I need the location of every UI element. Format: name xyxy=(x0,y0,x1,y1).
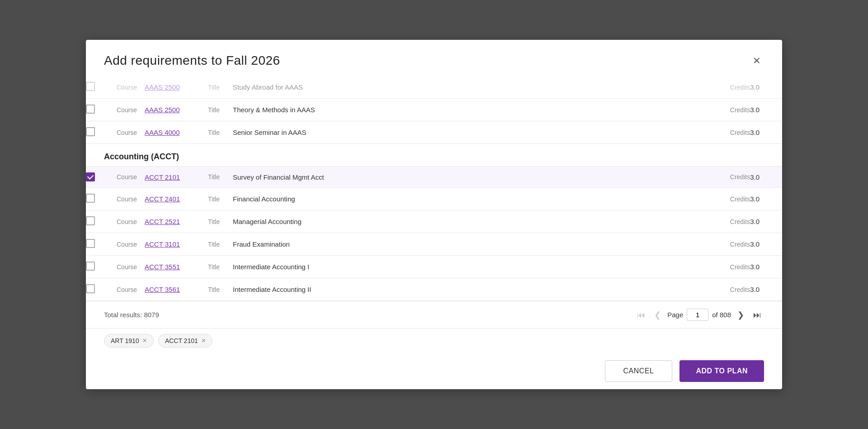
tag-remove-button[interactable]: × xyxy=(202,337,206,344)
table-row: Course ACCT 3101 Title Fraud Examination… xyxy=(86,233,782,256)
course-label: Course xyxy=(113,121,145,144)
close-button[interactable]: × xyxy=(750,52,764,69)
pagination-next-button[interactable]: ❯ xyxy=(735,309,747,321)
page-input[interactable] xyxy=(687,309,708,321)
tag-label: ACCT 2101 xyxy=(165,337,198,344)
title-label: Title xyxy=(208,167,233,188)
credits-label: Credits xyxy=(709,210,750,233)
course-label: Course xyxy=(113,76,145,99)
tags-row: ART 1910 × ACCT 2101 × xyxy=(86,328,782,353)
title-value: Senior Seminar in AAAS xyxy=(233,121,709,144)
credits-label: Credits xyxy=(709,167,750,188)
credits-label: Credits xyxy=(709,121,750,144)
row-checkbox[interactable] xyxy=(86,105,95,114)
course-code-link[interactable]: ACCT 2521 xyxy=(145,210,208,233)
modal-footer: CANCEL ADD TO PLAN xyxy=(86,353,782,389)
course-label: Course xyxy=(113,278,145,301)
course-label: Course xyxy=(113,210,145,233)
table-row: Course AAAS 2500 Title Theory & Methods … xyxy=(86,99,782,121)
row-checkbox[interactable] xyxy=(86,82,95,91)
credits-value: 3.0 xyxy=(750,188,782,210)
cancel-button[interactable]: CANCEL xyxy=(605,360,673,382)
row-checkbox[interactable] xyxy=(86,172,95,181)
course-label: Course xyxy=(113,233,145,256)
modal-overlay: Add requirements to Fall 2026 × Course A… xyxy=(0,0,868,429)
title-label: Title xyxy=(208,256,233,278)
title-value: Intermediate Accounting I xyxy=(233,256,709,278)
course-code-link[interactable]: ACCT 2401 xyxy=(145,188,208,210)
credits-value: 3.0 xyxy=(750,233,782,256)
modal-title: Add requirements to Fall 2026 xyxy=(104,53,280,68)
credits-label: Credits xyxy=(709,278,750,301)
row-checkbox[interactable] xyxy=(86,239,95,248)
table-row: Course ACCT 3551 Title Intermediate Acco… xyxy=(86,256,782,278)
title-value: Fraud Examination xyxy=(233,233,709,256)
credits-label: Credits xyxy=(709,76,750,99)
pagination-first-button[interactable]: ⏮ xyxy=(634,309,648,321)
table-row: Course ACCT 2521 Title Managerial Accoun… xyxy=(86,210,782,233)
credits-value: 3.0 xyxy=(750,121,782,144)
page-label: Page xyxy=(667,311,683,319)
table-row: Course ACCT 3561 Title Intermediate Acco… xyxy=(86,278,782,301)
credits-value: 3.0 xyxy=(750,278,782,301)
title-value: Theory & Methods in AAAS xyxy=(233,99,709,121)
row-checkbox[interactable] xyxy=(86,127,95,136)
section-title: Accounting (ACCT) xyxy=(104,152,764,162)
course-label: Course xyxy=(113,188,145,210)
course-label: Course xyxy=(113,167,145,188)
title-label: Title xyxy=(208,188,233,210)
title-label: Title xyxy=(208,99,233,121)
row-checkbox[interactable] xyxy=(86,262,95,271)
tag-acct2101: ACCT 2101 × xyxy=(158,334,212,348)
credits-label: Credits xyxy=(709,233,750,256)
section-header-row: Accounting (ACCT) xyxy=(86,144,782,167)
modal-body: Course AAAS 2500 Title Study Abroad for … xyxy=(86,76,782,301)
row-checkbox[interactable] xyxy=(86,194,95,203)
add-to-plan-button[interactable]: ADD TO PLAN xyxy=(679,360,764,382)
credits-label: Credits xyxy=(709,188,750,210)
course-code-link[interactable]: ACCT 2101 xyxy=(145,167,208,188)
course-code-link[interactable]: ACCT 3561 xyxy=(145,278,208,301)
credits-value: 3.0 xyxy=(750,99,782,121)
modal-header: Add requirements to Fall 2026 × xyxy=(86,40,782,76)
row-checkbox[interactable] xyxy=(86,284,95,293)
credits-value: 3.0 xyxy=(750,256,782,278)
title-value: Study Abroad for AAAS xyxy=(233,76,709,99)
table-row: Course AAAS 4000 Title Senior Seminar in… xyxy=(86,121,782,144)
title-value: Intermediate Accounting II xyxy=(233,278,709,301)
tag-art1910: ART 1910 × xyxy=(104,334,154,348)
table-row: Course AAAS 2500 Title Study Abroad for … xyxy=(86,76,782,99)
modal: Add requirements to Fall 2026 × Course A… xyxy=(86,40,782,389)
credits-label: Credits xyxy=(709,99,750,121)
title-label: Title xyxy=(208,233,233,256)
course-code-link[interactable]: ACCT 3551 xyxy=(145,256,208,278)
title-label: Title xyxy=(208,210,233,233)
credits-value: 3.0 xyxy=(750,210,782,233)
pagination-last-button[interactable]: ⏭ xyxy=(750,309,764,321)
table-row: Course ACCT 2101 Title Survey of Financi… xyxy=(86,167,782,188)
title-label: Title xyxy=(208,121,233,144)
course-label: Course xyxy=(113,256,145,278)
title-label: Title xyxy=(208,76,233,99)
tag-label: ART 1910 xyxy=(111,337,139,344)
course-table: Course AAAS 2500 Title Study Abroad for … xyxy=(86,76,782,301)
pagination-prev-button[interactable]: ❮ xyxy=(651,309,664,321)
page-of-label: of 808 xyxy=(712,311,731,319)
credits-value: 3.0 xyxy=(750,167,782,188)
credits-label: Credits xyxy=(709,256,750,278)
course-code-link[interactable]: ACCT 3101 xyxy=(145,233,208,256)
tag-remove-button[interactable]: × xyxy=(143,337,147,344)
title-label: Title xyxy=(208,278,233,301)
course-label: Course xyxy=(113,99,145,121)
course-code-link[interactable]: AAAS 2500 xyxy=(145,99,208,121)
course-code-link[interactable]: AAAS 2500 xyxy=(145,76,208,99)
pagination-total: Total results: 8079 xyxy=(104,311,634,319)
title-value: Managerial Accounting xyxy=(233,210,709,233)
row-checkbox[interactable] xyxy=(86,216,95,225)
table-row: Course ACCT 2401 Title Financial Account… xyxy=(86,188,782,210)
title-value: Survey of Financial Mgmt Acct xyxy=(233,167,709,188)
credits-value: 3.0 xyxy=(750,76,782,99)
title-value: Financial Accounting xyxy=(233,188,709,210)
course-code-link[interactable]: AAAS 4000 xyxy=(145,121,208,144)
pagination-row: Total results: 8079 ⏮ ❮ Page of 808 ❯ ⏭ xyxy=(86,301,782,328)
